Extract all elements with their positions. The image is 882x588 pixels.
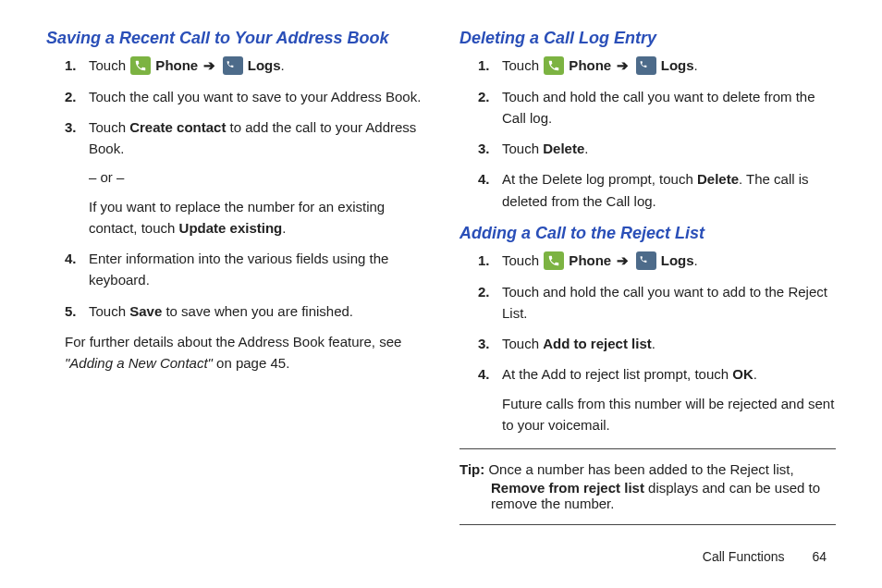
create-contact-label: Create contact [129,119,226,135]
heading-adding-reject-list: Adding a Call to the Reject List [459,223,836,244]
or-divider: – or – [89,166,423,188]
arrow-icon: ➔ [615,57,631,73]
phone-label: Phone [152,57,202,73]
step-5: Touch Save to save when you are finished… [65,300,423,322]
heading-deleting-call-log: Deleting a Call Log Entry [459,28,836,49]
del-step-2: Touch and hold the call you want to dele… [478,86,836,129]
page-number: 64 [812,549,827,564]
remove-from-reject-label: Remove from reject list [491,480,644,496]
logs-label: Logs [657,57,694,73]
del-step-1: Touch Phone ➔ Logs Logs. [478,55,836,76]
tip-block: Tip: Once a number has been added to the… [459,459,836,480]
step-3: Touch Create contact to add the call to … [65,116,423,239]
section-name: Call Functions [703,549,785,564]
ok-label: OK [732,366,753,382]
del-step-3: Touch Delete. [478,138,836,159]
text: Touch [89,57,129,73]
save-label: Save [129,303,162,319]
add-to-reject-label: Add to reject list [543,336,652,351]
phone-icon [544,251,564,270]
del-step-4: At the Delete log prompt, touch Delete. … [478,168,836,212]
logs-icon: Logs [636,56,656,75]
step-1: Touch Phone ➔ Logs Logs. [65,55,423,76]
phone-label: Phone [565,57,615,73]
steps-reject: Touch Phone ➔ Logs Logs. Touch and hold … [459,250,836,435]
delete-label: Delete [543,141,584,156]
update-existing-label: Update existing [179,220,283,236]
logs-label: Logs [657,252,694,268]
page-footer: Call Functions 64 [703,549,827,564]
divider [459,448,836,449]
reference-link: "Adding a New Contact" [65,355,213,371]
rej-step-1: Touch Phone ➔ Logs Logs. [478,250,836,271]
future-calls-note: Future calls from this number will be re… [502,393,836,436]
logs-label: Logs [244,57,281,73]
heading-saving-recent-call: Saving a Recent Call to Your Address Boo… [46,28,423,49]
address-book-note: For further details about the Address Bo… [46,331,423,374]
logs-icon: Logs [223,56,243,75]
phone-icon [130,56,151,75]
right-column: Deleting a Call Log Entry Touch Phone ➔ … [459,28,836,534]
rej-step-3: Touch Add to reject list. [478,333,836,354]
arrow-icon: ➔ [615,252,631,268]
logs-icon: Logs [636,251,656,270]
left-column: Saving a Recent Call to Your Address Boo… [46,28,423,534]
step-2: Touch the call you want to save to your … [65,86,423,107]
steps-saving: Touch Phone ➔ Logs Logs. Touch the call … [46,55,423,322]
tip-label: Tip: [459,461,484,477]
phone-label: Phone [565,252,615,268]
arrow-icon: ➔ [202,57,217,73]
rej-step-4: At the Add to reject list prompt, touch … [478,363,836,435]
steps-deleting: Touch Phone ➔ Logs Logs. Touch and hold … [459,55,836,212]
phone-icon [544,56,564,75]
step-4: Enter information into the various field… [65,248,423,291]
divider [459,524,836,525]
delete-label: Delete [697,171,739,187]
rej-step-2: Touch and hold the call you want to add … [478,281,836,325]
